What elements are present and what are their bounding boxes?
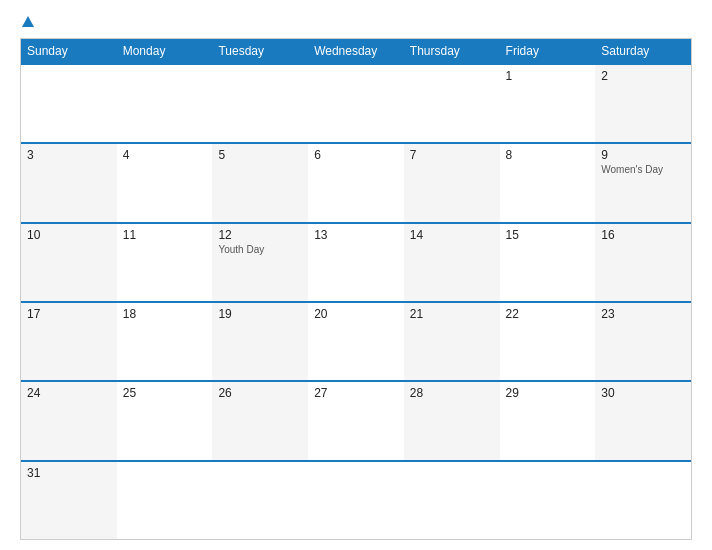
week-row-1: 3456789Women's Day (21, 142, 691, 221)
day-header-wednesday: Wednesday (308, 39, 404, 63)
day-cell: 18 (117, 303, 213, 380)
day-cell: 16 (595, 224, 691, 301)
day-number: 20 (314, 307, 398, 321)
day-number: 24 (27, 386, 111, 400)
day-number: 18 (123, 307, 207, 321)
day-number: 5 (218, 148, 302, 162)
header (20, 16, 692, 28)
days-header: SundayMondayTuesdayWednesdayThursdayFrid… (21, 39, 691, 63)
day-cell: 31 (21, 462, 117, 539)
day-cell (117, 65, 213, 142)
day-cell (21, 65, 117, 142)
holiday-label: Women's Day (601, 164, 685, 175)
day-header-friday: Friday (500, 39, 596, 63)
day-cell: 30 (595, 382, 691, 459)
day-cell: 9Women's Day (595, 144, 691, 221)
day-cell: 12Youth Day (212, 224, 308, 301)
day-cell: 3 (21, 144, 117, 221)
logo-triangle-icon (22, 16, 34, 27)
day-cell (212, 65, 308, 142)
page: SundayMondayTuesdayWednesdayThursdayFrid… (0, 0, 712, 550)
day-header-sunday: Sunday (21, 39, 117, 63)
day-cell: 13 (308, 224, 404, 301)
day-cell: 1 (500, 65, 596, 142)
day-cell: 20 (308, 303, 404, 380)
day-number: 12 (218, 228, 302, 242)
day-number: 9 (601, 148, 685, 162)
day-cell: 14 (404, 224, 500, 301)
day-number: 23 (601, 307, 685, 321)
week-row-4: 24252627282930 (21, 380, 691, 459)
day-cell: 2 (595, 65, 691, 142)
day-number: 31 (27, 466, 111, 480)
week-row-0: 12 (21, 63, 691, 142)
day-cell (308, 462, 404, 539)
logo (20, 16, 34, 28)
day-cell: 21 (404, 303, 500, 380)
day-header-monday: Monday (117, 39, 213, 63)
week-row-3: 17181920212223 (21, 301, 691, 380)
day-number: 27 (314, 386, 398, 400)
day-cell: 25 (117, 382, 213, 459)
day-cell: 8 (500, 144, 596, 221)
day-cell: 23 (595, 303, 691, 380)
day-number: 2 (601, 69, 685, 83)
day-number: 1 (506, 69, 590, 83)
day-cell: 29 (500, 382, 596, 459)
day-cell (308, 65, 404, 142)
day-number: 28 (410, 386, 494, 400)
day-cell: 5 (212, 144, 308, 221)
day-number: 16 (601, 228, 685, 242)
day-cell: 26 (212, 382, 308, 459)
calendar: SundayMondayTuesdayWednesdayThursdayFrid… (20, 38, 692, 540)
day-number: 13 (314, 228, 398, 242)
calendar-body: 123456789Women's Day101112Youth Day13141… (21, 63, 691, 539)
day-header-saturday: Saturday (595, 39, 691, 63)
day-number: 8 (506, 148, 590, 162)
day-cell: 4 (117, 144, 213, 221)
day-cell: 24 (21, 382, 117, 459)
day-cell: 27 (308, 382, 404, 459)
day-number: 29 (506, 386, 590, 400)
day-number: 7 (410, 148, 494, 162)
day-cell: 28 (404, 382, 500, 459)
logo-blue-text (20, 16, 34, 28)
day-number: 6 (314, 148, 398, 162)
day-header-tuesday: Tuesday (212, 39, 308, 63)
holiday-label: Youth Day (218, 244, 302, 255)
day-cell: 22 (500, 303, 596, 380)
day-cell (117, 462, 213, 539)
day-cell (212, 462, 308, 539)
day-number: 15 (506, 228, 590, 242)
day-number: 4 (123, 148, 207, 162)
day-cell: 6 (308, 144, 404, 221)
day-cell: 10 (21, 224, 117, 301)
day-number: 30 (601, 386, 685, 400)
day-cell: 19 (212, 303, 308, 380)
day-cell: 11 (117, 224, 213, 301)
day-header-thursday: Thursday (404, 39, 500, 63)
day-number: 19 (218, 307, 302, 321)
day-number: 3 (27, 148, 111, 162)
week-row-5: 31 (21, 460, 691, 539)
day-cell: 15 (500, 224, 596, 301)
day-number: 10 (27, 228, 111, 242)
day-cell (404, 462, 500, 539)
day-number: 17 (27, 307, 111, 321)
day-number: 25 (123, 386, 207, 400)
day-cell (500, 462, 596, 539)
day-cell: 17 (21, 303, 117, 380)
day-cell (404, 65, 500, 142)
day-cell: 7 (404, 144, 500, 221)
day-number: 26 (218, 386, 302, 400)
day-number: 14 (410, 228, 494, 242)
day-number: 21 (410, 307, 494, 321)
week-row-2: 101112Youth Day13141516 (21, 222, 691, 301)
day-number: 22 (506, 307, 590, 321)
day-cell (595, 462, 691, 539)
day-number: 11 (123, 228, 207, 242)
